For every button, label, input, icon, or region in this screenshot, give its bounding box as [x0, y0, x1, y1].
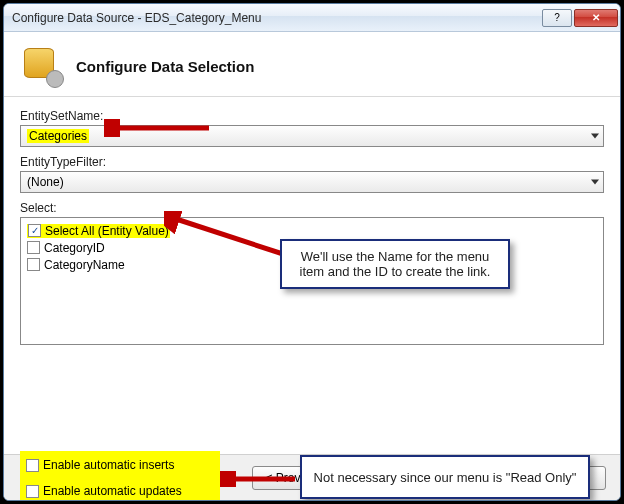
- dialog-window: Configure Data Source - EDS_Category_Men…: [3, 3, 621, 501]
- window-title: Configure Data Source - EDS_Category_Men…: [12, 11, 540, 25]
- checkbox-label: Enable automatic inserts: [43, 458, 174, 472]
- wizard-header: Configure Data Selection: [4, 32, 620, 97]
- help-button[interactable]: ?: [542, 9, 572, 27]
- list-item-label: Select All (Entity Value): [45, 224, 169, 238]
- annotation-callout: Not necessary since our menu is "Read On…: [300, 455, 590, 499]
- callout-text: We'll use the Name for the menu item and…: [300, 249, 491, 279]
- checkbox-icon[interactable]: [27, 241, 40, 254]
- callout-text: Not necessary since our menu is "Read On…: [314, 470, 577, 485]
- close-icon: ✕: [592, 12, 600, 23]
- checkbox-label: Enable automatic updates: [43, 484, 182, 498]
- entity-set-name-value: Categories: [27, 129, 89, 143]
- checkbox-icon[interactable]: [28, 224, 41, 237]
- chevron-down-icon: [591, 134, 599, 139]
- list-item-label: CategoryName: [44, 258, 125, 272]
- checkbox-icon[interactable]: [26, 459, 39, 472]
- automatic-options: Enable automatic inserts Enable automati…: [20, 451, 220, 501]
- entity-type-filter-value: (None): [27, 175, 64, 189]
- page-title: Configure Data Selection: [76, 58, 254, 75]
- entity-type-filter-label: EntityTypeFilter:: [20, 155, 604, 169]
- enable-inserts-checkbox[interactable]: Enable automatic inserts: [26, 457, 210, 473]
- annotation-callout: We'll use the Name for the menu item and…: [280, 239, 510, 289]
- select-label: Select:: [20, 201, 604, 215]
- wizard-body: EntitySetName: Categories EntityTypeFilt…: [4, 97, 620, 454]
- enable-updates-checkbox[interactable]: Enable automatic updates: [26, 483, 210, 499]
- titlebar[interactable]: Configure Data Source - EDS_Category_Men…: [4, 4, 620, 32]
- entity-set-name-dropdown[interactable]: Categories: [20, 125, 604, 147]
- database-icon: [22, 46, 62, 86]
- entity-type-filter-dropdown[interactable]: (None): [20, 171, 604, 193]
- list-item-label: CategoryID: [44, 241, 105, 255]
- list-item[interactable]: Select All (Entity Value): [27, 222, 597, 239]
- entity-set-name-label: EntitySetName:: [20, 109, 604, 123]
- checkbox-icon[interactable]: [27, 258, 40, 271]
- close-button[interactable]: ✕: [574, 9, 618, 27]
- checkbox-icon[interactable]: [26, 485, 39, 498]
- chevron-down-icon: [591, 180, 599, 185]
